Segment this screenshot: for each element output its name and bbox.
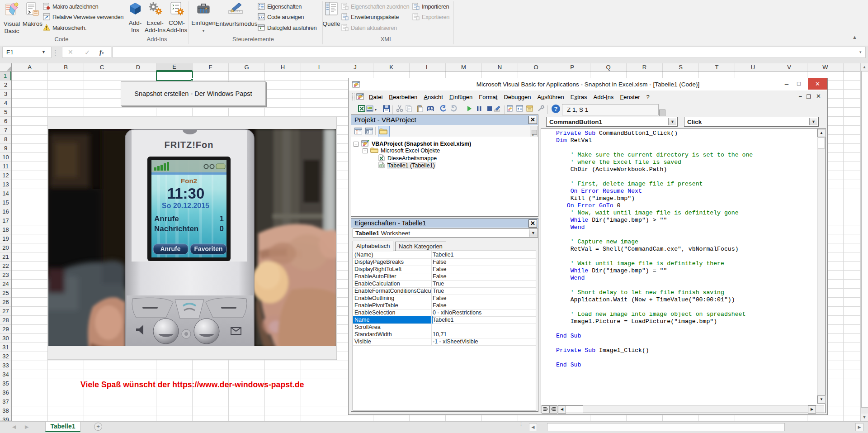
svg-text:Fon2: Fon2 xyxy=(181,177,197,185)
svg-text:Favoriten: Favoriten xyxy=(194,245,222,252)
svg-text:Nachrichten: Nachrichten xyxy=(154,224,198,233)
svg-text:11:30: 11:30 xyxy=(167,185,205,202)
svg-text:FRITZ!Fon: FRITZ!Fon xyxy=(165,140,214,150)
svg-text:1: 1 xyxy=(220,214,224,223)
svg-text:Anrufe: Anrufe xyxy=(160,245,180,252)
svg-text:Anrufe: Anrufe xyxy=(154,214,179,223)
svg-text:0: 0 xyxy=(220,224,224,233)
svg-text:So 20.12.2015: So 20.12.2015 xyxy=(162,202,209,209)
